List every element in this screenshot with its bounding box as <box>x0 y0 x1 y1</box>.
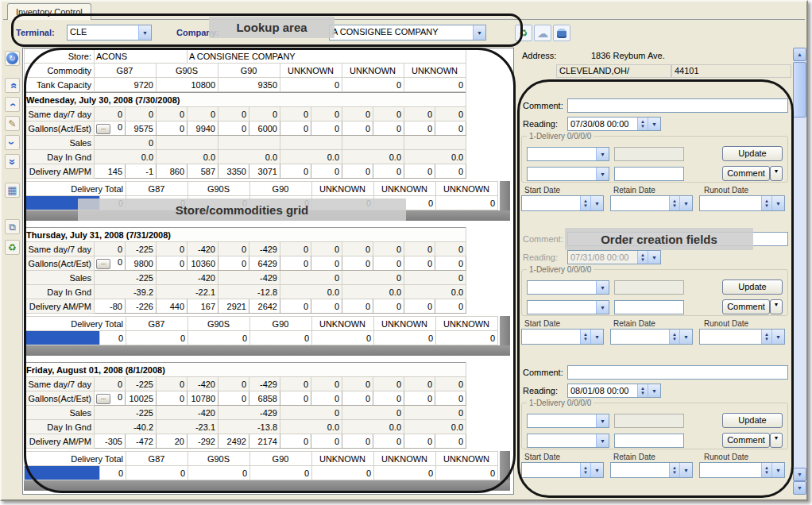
grid-cell[interactable]: 0 <box>404 377 435 391</box>
grid-cell[interactable]: -420 <box>188 377 218 391</box>
tab-inventory-control[interactable]: Inventory Control <box>7 3 91 20</box>
grid-cell[interactable]: -420 <box>157 271 218 285</box>
grid-cell[interactable]: 0 <box>342 107 373 121</box>
grid-cell[interactable] <box>342 136 404 150</box>
chevron-down-icon[interactable]: ▼ <box>648 384 660 397</box>
grid-cell[interactable]: 0 <box>342 377 373 391</box>
update-button[interactable]: Update <box>722 146 783 161</box>
grid-cell[interactable]: 0 <box>435 391 466 406</box>
grid-cell[interactable]: -420 <box>157 406 218 420</box>
runout-date-picker[interactable]: ▲▼▼ <box>699 329 785 345</box>
grid-cell[interactable]: 0 <box>95 136 157 150</box>
spinner-icon[interactable]: ▲▼ <box>761 463 771 477</box>
spinner-icon[interactable]: ▲▼ <box>761 196 771 210</box>
grid-cell[interactable]: 2174 <box>249 434 280 449</box>
grid-cell[interactable]: -23.1 <box>157 420 218 434</box>
dt-value-cell[interactable]: 0 <box>374 331 436 345</box>
dt-value-cell[interactable]: 0 <box>312 331 374 345</box>
spinner-icon[interactable]: ▲▼ <box>637 118 648 130</box>
grid-cell[interactable]: 0 <box>342 256 373 271</box>
scroll-thumb[interactable] <box>793 62 806 118</box>
grid-cell[interactable]: 9800 <box>126 256 157 271</box>
grid-cell[interactable]: 0 <box>280 242 311 256</box>
grid-cell[interactable]: 0 <box>373 377 404 391</box>
comment-input[interactable] <box>567 365 788 380</box>
grid-cell[interactable]: 0 <box>280 271 342 285</box>
scroll-bottom-button[interactable]: » <box>5 154 20 169</box>
grid-cell[interactable]: 20 <box>157 434 188 449</box>
grid-cell[interactable]: 0.0 <box>157 150 218 164</box>
grid-cell[interactable]: 0 <box>311 391 342 406</box>
grid-cell[interactable]: ...0 <box>95 121 126 136</box>
chevron-down-icon[interactable]: ▼ <box>771 196 784 210</box>
grid-cell[interactable]: 0 <box>435 256 466 271</box>
grid-cell[interactable]: 0 <box>218 121 249 136</box>
scroll-down-button[interactable]: › <box>5 135 20 150</box>
grid-cell[interactable] <box>404 136 466 150</box>
grid-cell[interactable]: 0.0 <box>280 420 342 434</box>
grid-cell[interactable]: 440 <box>157 299 188 314</box>
spinner-icon[interactable]: ▲▼ <box>580 463 590 477</box>
grid-cell[interactable]: 0 <box>280 299 311 314</box>
grid-cell[interactable]: 6429 <box>249 256 280 271</box>
grid-cell[interactable]: -225 <box>126 377 157 391</box>
dt-value-cell[interactable]: 0 <box>312 196 374 210</box>
delivery-type-select[interactable]: ▼ <box>527 147 609 161</box>
grid-cell[interactable]: 0 <box>157 121 188 136</box>
grid-cell[interactable]: 0 <box>311 107 342 121</box>
grid-cell[interactable]: 0 <box>126 107 157 121</box>
dt-horizontal-scrollbar[interactable] <box>24 480 510 491</box>
start-date-picker[interactable]: ▲▼▼ <box>521 195 604 211</box>
delivery-type-select[interactable]: ▼ <box>527 414 609 428</box>
grid-cell[interactable]: 0 <box>435 164 466 179</box>
lookup-ellipsis-button[interactable]: ... <box>96 124 110 134</box>
delivery-carrier-select[interactable]: ▼ <box>527 167 609 181</box>
weather-button[interactable]: ☁ <box>534 25 551 41</box>
grid-cell[interactable]: 0 <box>157 256 188 271</box>
grid-cell[interactable]: -429 <box>218 406 280 420</box>
grid-cell[interactable]: 0 <box>342 121 373 136</box>
delivery-qty-input[interactable] <box>614 280 684 295</box>
grid-cell[interactable]: 0 <box>342 391 373 406</box>
delivery-qty-input[interactable] <box>614 147 684 161</box>
grid-cell[interactable]: -225 <box>126 242 157 256</box>
grid-cell[interactable]: -305 <box>95 434 126 449</box>
comment-dropdown-button[interactable]: ▼ <box>770 433 783 448</box>
grid-cell[interactable]: 6000 <box>249 121 280 136</box>
grid-cell[interactable]: 0.0 <box>95 150 157 164</box>
grid-cell[interactable]: 0 <box>404 406 466 420</box>
chevron-down-icon[interactable]: ▼ <box>679 196 692 210</box>
grid-cell[interactable]: -225 <box>95 406 157 420</box>
retain-date-picker[interactable]: ▲▼▼ <box>610 462 693 478</box>
dt-value-cell[interactable]: 0 <box>374 196 436 210</box>
comment-button[interactable]: Comment <box>722 299 770 314</box>
scroll-down-button-2[interactable]: ▼ <box>793 481 806 495</box>
grid-cell[interactable]: 2492 <box>218 434 249 449</box>
main-vscrollbar[interactable]: ▲ ▼ ▼ <box>793 48 806 495</box>
update-button[interactable]: Update <box>722 413 783 428</box>
spinner-icon[interactable]: ▲▼ <box>669 330 679 344</box>
grid-cell[interactable]: 0 <box>218 391 249 406</box>
grid-cell[interactable]: 0 <box>373 434 404 449</box>
chevron-down-icon[interactable]: ▼ <box>138 25 151 40</box>
grid-cell[interactable]: 0.0 <box>218 150 280 164</box>
sync-button[interactable]: ↻ <box>5 51 20 66</box>
terminal-select[interactable]: CLE ▼ <box>67 25 152 40</box>
grid-cell[interactable]: -12.8 <box>218 285 280 299</box>
grid-cell[interactable]: 0 <box>280 107 311 121</box>
grid-cell[interactable]: 0 <box>157 377 188 391</box>
scroll-up-button[interactable]: ▲ <box>793 48 806 61</box>
grid-cell[interactable]: 0 <box>218 242 249 256</box>
grid-cell[interactable]: 0 <box>311 164 342 179</box>
grid-cell[interactable]: 0 <box>404 164 435 179</box>
edit-button[interactable]: ✎ <box>5 116 20 131</box>
copy-button[interactable]: ⧉ <box>5 219 20 234</box>
comment-dropdown-button[interactable]: ▼ <box>770 299 783 314</box>
delivery-carrier-select[interactable]: ▼ <box>527 300 609 314</box>
comment-button[interactable]: Comment <box>722 433 770 448</box>
grid-cell[interactable]: 860 <box>157 164 188 179</box>
selected-cell[interactable] <box>25 466 100 480</box>
grid-cell[interactable]: 3350 <box>218 164 249 179</box>
dt-value-cell[interactable]: 0 <box>126 196 188 210</box>
dt-value-cell[interactable]: 0 <box>436 466 498 480</box>
